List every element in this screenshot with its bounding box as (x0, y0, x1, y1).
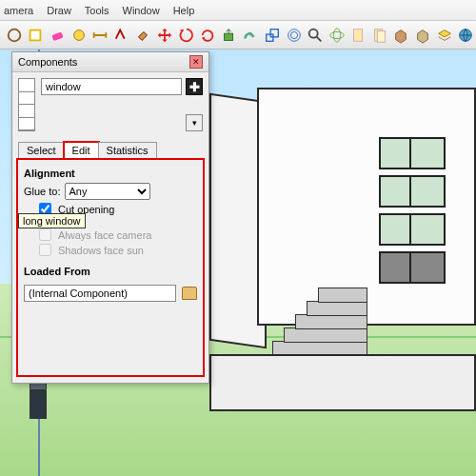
svg-rect-4 (224, 33, 232, 40)
always-face-label: Always face camera (58, 229, 151, 241)
menu-bar: amera Draw Tools Window Help (0, 0, 476, 21)
building-model[interactable] (209, 88, 476, 411)
search-input[interactable] (41, 78, 182, 95)
loaded-from-heading: Loaded From (24, 266, 197, 277)
window-component[interactable] (379, 175, 446, 208)
svg-rect-5 (267, 34, 273, 41)
svg-point-3 (73, 30, 84, 40)
followme-tool-icon[interactable] (241, 24, 262, 47)
window-component[interactable] (379, 137, 446, 169)
panel-title: Components (18, 56, 77, 68)
svg-rect-12 (354, 29, 363, 41)
components-panel: Components ✕ ✚ ▾ Select Edit Statistics … (11, 51, 209, 384)
open-doc-icon[interactable] (369, 24, 390, 47)
svg-rect-6 (270, 29, 278, 36)
clear-tool-icon[interactable] (26, 24, 47, 47)
glue-to-label: Glue to: (24, 186, 61, 197)
tab-edit[interactable]: Edit (64, 142, 99, 159)
rotate-tool-icon[interactable] (176, 24, 197, 47)
always-face-checkbox (39, 228, 51, 241)
close-icon[interactable]: ✕ (189, 55, 203, 69)
tab-statistics[interactable]: Statistics (98, 142, 157, 159)
zoom-tool-icon[interactable] (305, 24, 326, 47)
tape-tool-icon[interactable] (69, 24, 89, 47)
component-box2-icon[interactable] (412, 24, 433, 47)
offset-tool-icon[interactable] (284, 24, 305, 47)
folder-icon[interactable] (182, 287, 197, 300)
svg-point-10 (330, 31, 344, 38)
add-component-button[interactable]: ✚ (186, 78, 203, 95)
window-component[interactable] (379, 251, 446, 284)
window-component[interactable] (379, 213, 446, 246)
svg-rect-2 (51, 31, 63, 41)
text-tool-icon[interactable] (111, 24, 132, 47)
menu-help[interactable]: Help (173, 5, 195, 16)
edit-tab-body: Alignment Glue to: Any Cut opening long … (16, 158, 205, 377)
layers-tool-icon[interactable] (434, 24, 455, 47)
shadows-checkbox (39, 244, 51, 256)
svg-point-9 (309, 29, 318, 37)
menu-tools[interactable]: Tools (85, 5, 109, 16)
panel-tabs: Select Edit Statistics (12, 141, 208, 158)
svg-point-8 (290, 31, 297, 38)
svg-rect-14 (377, 30, 385, 42)
scale-tool-icon[interactable] (262, 24, 283, 47)
rotate2-tool-icon[interactable] (197, 24, 218, 47)
move-tool-icon[interactable] (154, 24, 175, 47)
loaded-from-field (24, 285, 176, 302)
dimension-tool-icon[interactable] (89, 24, 110, 47)
paint-tool-icon[interactable] (133, 24, 154, 47)
svg-point-7 (288, 29, 300, 41)
orbit-tool-icon[interactable] (327, 24, 347, 47)
stairs-model[interactable] (267, 280, 381, 356)
pushpull-tool-icon[interactable] (219, 24, 240, 47)
alignment-heading: Alignment (24, 168, 197, 179)
globe-tool-icon[interactable] (455, 24, 476, 47)
menu-camera[interactable]: amera (4, 5, 33, 16)
dropdown-button[interactable]: ▾ (186, 114, 203, 131)
tab-select[interactable]: Select (18, 142, 65, 159)
circle-tool-icon[interactable] (4, 24, 25, 47)
new-doc-icon[interactable] (348, 24, 369, 47)
svg-point-0 (8, 29, 20, 41)
svg-point-11 (333, 28, 340, 41)
component-box1-icon[interactable] (391, 24, 412, 47)
main-toolbar (0, 21, 476, 50)
tooltip: long window (18, 213, 86, 228)
menu-window[interactable]: Window (123, 5, 160, 16)
component-thumbnail[interactable] (18, 78, 35, 131)
eraser-tool-icon[interactable] (47, 24, 68, 47)
menu-draw[interactable]: Draw (47, 5, 71, 16)
glue-to-select[interactable]: Any (65, 183, 150, 200)
shadows-label: Shadows face sun (58, 245, 144, 256)
svg-rect-1 (30, 30, 41, 40)
